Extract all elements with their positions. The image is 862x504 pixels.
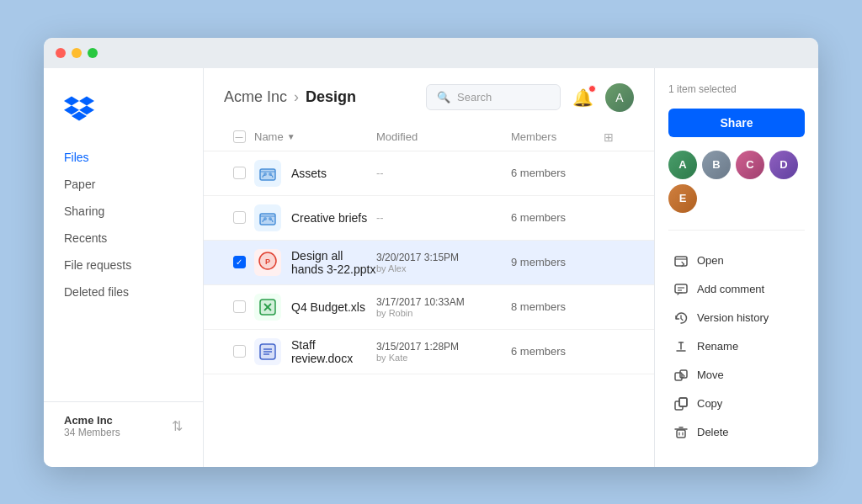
comment-icon: [673, 282, 689, 297]
context-label-version-history: Version history: [697, 311, 769, 324]
svg-rect-26: [675, 284, 687, 293]
table-row[interactable]: Staff review.docx 3/15/2017 1:28PM by Ka…: [204, 330, 654, 374]
org-name: Acme Inc: [64, 414, 120, 427]
column-header-members: Members: [511, 130, 604, 143]
copy-icon: [673, 396, 689, 411]
member-avatar: E: [668, 184, 697, 213]
file-modified-by: by Kate: [376, 353, 511, 363]
svg-rect-5: [260, 169, 275, 180]
dropbox-logo-icon: [64, 93, 94, 124]
context-menu-add-comment[interactable]: Add comment: [668, 276, 805, 303]
search-placeholder: Search: [457, 91, 492, 103]
sidebar-item-deleted-files[interactable]: Deleted files: [44, 279, 203, 305]
sidebar-item-recents[interactable]: Recents: [44, 225, 203, 252]
context-label-copy: Copy: [697, 397, 722, 410]
sidebar-item-sharing[interactable]: Sharing: [44, 198, 203, 225]
file-type-icon: P: [254, 249, 281, 276]
header-right: 🔍 Search 🔔 A: [426, 83, 634, 112]
divider: [668, 230, 805, 231]
context-label-delete: Delete: [697, 426, 729, 438]
context-label-add-comment: Add comment: [697, 283, 764, 295]
member-avatar: A: [668, 151, 697, 179]
table-row[interactable]: Assets -- 6 members: [204, 151, 654, 196]
context-label-move: Move: [697, 369, 724, 381]
sidebar: Files Paper Sharing Recents File request…: [44, 68, 204, 467]
user-avatar[interactable]: A: [605, 83, 634, 112]
member-avatar: B: [702, 151, 731, 179]
selected-info: 1 item selected: [668, 83, 805, 95]
context-menu-open[interactable]: Open: [668, 247, 805, 274]
svg-marker-0: [64, 96, 79, 105]
table-row[interactable]: Q4 Budget.xls 3/17/2017 10:33AM by Robin…: [204, 285, 654, 330]
file-name-label: Creative briefs: [291, 211, 367, 225]
sidebar-org-info[interactable]: Acme Inc 34 Members ⇅: [44, 401, 203, 450]
context-menu-delete[interactable]: Delete: [668, 419, 805, 446]
main-content: Files Paper Sharing Recents File request…: [44, 68, 818, 467]
breadcrumb-current: Design: [306, 88, 356, 106]
search-icon: 🔍: [437, 91, 450, 103]
breadcrumb: Acme Inc › Design: [224, 88, 356, 106]
context-menu-move[interactable]: Move: [668, 362, 805, 389]
file-name-label: Design all hands 3-22.pptx: [291, 249, 376, 276]
file-modified-date: 3/20/2017 3:15PM: [376, 252, 511, 263]
app-window: Files Paper Sharing Recents File request…: [44, 38, 818, 467]
column-header-modified: Modified: [376, 130, 511, 143]
svg-rect-9: [260, 214, 275, 225]
context-menu-rename[interactable]: Rename: [668, 333, 805, 360]
svg-rect-31: [675, 373, 682, 380]
file-members-count: 6 members: [511, 345, 604, 358]
row-checkbox-design-all-hands[interactable]: [224, 256, 254, 268]
svg-rect-25: [675, 257, 687, 266]
context-menu-version-history[interactable]: Version history: [668, 305, 805, 332]
titlebar: [44, 38, 818, 68]
breadcrumb-parent[interactable]: Acme Inc: [224, 88, 287, 106]
file-type-icon: [254, 160, 281, 187]
maximize-button[interactable]: [88, 48, 98, 58]
context-label-open: Open: [697, 254, 724, 267]
file-name-label: Assets: [291, 167, 327, 180]
table-row[interactable]: P Design all hands 3-22.pptx 3/20/2017 3…: [204, 241, 654, 285]
table-row[interactable]: Creative briefs -- 6 members: [204, 196, 654, 241]
file-browser: Acme Inc › Design 🔍 Search 🔔 A: [204, 68, 654, 467]
notifications-button[interactable]: 🔔: [572, 88, 593, 108]
file-modified-date: 3/15/2017 1:28PM: [376, 341, 511, 353]
row-checkbox-staff-review[interactable]: [224, 345, 254, 358]
grid-icon: ⊞: [604, 130, 614, 144]
select-all-checkbox[interactable]: [224, 130, 254, 143]
file-name-label: Q4 Budget.xls: [291, 300, 365, 314]
table-header-row: Name ▼ Modified Members ⊞: [204, 124, 654, 151]
row-checkbox-creative-briefs[interactable]: [224, 211, 254, 224]
close-button[interactable]: [56, 48, 66, 58]
sidebar-item-file-requests[interactable]: File requests: [44, 252, 203, 279]
sidebar-item-files[interactable]: Files: [44, 144, 203, 171]
share-button[interactable]: Share: [668, 109, 805, 137]
member-avatars-list: A B C D E: [668, 151, 805, 213]
member-avatar: D: [769, 151, 798, 179]
svg-rect-34: [679, 398, 687, 406]
file-members-count: 8 members: [511, 300, 604, 313]
minimize-button[interactable]: [72, 48, 82, 58]
rename-icon: [673, 339, 689, 354]
column-header-options: ⊞: [604, 130, 634, 144]
history-icon: [673, 310, 689, 326]
file-table: Name ▼ Modified Members ⊞: [204, 124, 654, 467]
sidebar-logo: [44, 85, 203, 144]
sidebar-item-paper[interactable]: Paper: [44, 171, 203, 198]
row-checkbox-q4-budget[interactable]: [224, 300, 254, 313]
column-header-name[interactable]: Name ▼: [254, 130, 376, 143]
row-checkbox-assets[interactable]: [224, 167, 254, 179]
context-label-rename: Rename: [697, 340, 738, 353]
file-type-icon: [254, 338, 281, 365]
file-modified-by: by Robin: [376, 308, 511, 318]
file-type-icon: [254, 204, 281, 231]
org-members: 34 Members: [64, 427, 120, 438]
context-menu-copy[interactable]: Copy: [668, 390, 805, 417]
file-header: Acme Inc › Design 🔍 Search 🔔 A: [204, 68, 654, 112]
svg-rect-36: [677, 430, 685, 438]
file-members-count: 6 members: [511, 167, 604, 179]
right-panel: 1 item selected Share A B C D E: [654, 68, 818, 467]
file-members-count: 6 members: [511, 211, 604, 224]
search-box[interactable]: 🔍 Search: [426, 84, 561, 110]
svg-text:P: P: [265, 257, 270, 266]
file-modified-date: 3/17/2017 10:33AM: [376, 296, 511, 308]
